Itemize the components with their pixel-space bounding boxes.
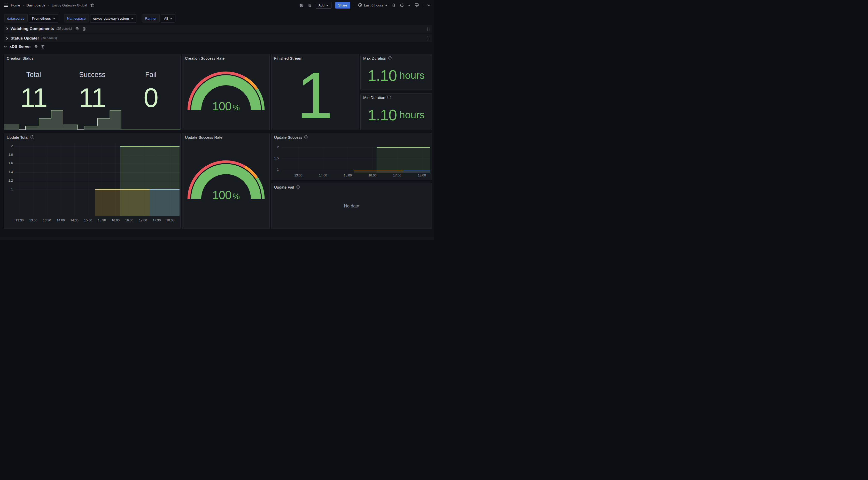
variable-runner-label[interactable]: Runner (142, 14, 160, 23)
panel-creation-status: Creation Status Total 11 Success 11 (4, 54, 181, 130)
series-green-fill (377, 148, 430, 173)
row-xds-server[interactable]: xDS Server (4, 43, 45, 50)
row-settings-gear-icon[interactable] (75, 27, 79, 31)
series-yellow-line (95, 189, 150, 190)
panel-min-duration: Min Duration i 1.10 hours (361, 93, 432, 130)
hamburger-menu-icon[interactable] (4, 3, 8, 7)
clock-icon (358, 3, 362, 7)
y-axis-tick: 1 (4, 187, 13, 191)
kiosk-monitor-icon[interactable] (414, 3, 419, 7)
x-axis-tick: 17:30 (153, 218, 161, 222)
panel-header[interactable]: Update Total i (4, 133, 180, 140)
x-axis-tick: 16:00 (112, 218, 120, 222)
y-axis-tick: 1.6 (4, 161, 13, 165)
stat-fail: Fail 0 (121, 61, 180, 130)
row-drag-grip-icon[interactable] (427, 27, 430, 31)
x-axis: 13:00 14:00 15:00 16:00 17:00 18:00 (282, 174, 430, 178)
add-button[interactable]: Add (316, 2, 332, 8)
chevron-down-icon (131, 18, 133, 19)
time-series-plot[interactable] (15, 143, 180, 216)
panel-title[interactable]: Update Total (7, 135, 28, 140)
add-button-label: Add (318, 3, 324, 7)
x-axis-tick: 15:00 (344, 174, 351, 177)
row-delete-trash-icon[interactable] (41, 45, 45, 49)
info-icon[interactable]: i (387, 96, 391, 99)
panel-title[interactable]: Max Duration (363, 56, 386, 60)
panel-creation-success-rate: Creation Success Rate 100% (182, 54, 270, 130)
breadcrumb-separator: › (48, 3, 49, 7)
save-dashboard-icon[interactable] (299, 3, 304, 7)
refresh-icon[interactable] (400, 3, 404, 7)
time-series-plot[interactable] (282, 146, 430, 173)
favorite-star-icon[interactable] (90, 3, 94, 7)
row-delete-trash-icon[interactable] (83, 27, 86, 31)
refresh-interval-chevron-icon[interactable] (408, 4, 410, 6)
info-icon[interactable]: i (296, 185, 300, 189)
panel-title[interactable]: Creation Status (7, 56, 33, 60)
chevron-down-icon (385, 4, 388, 6)
info-icon[interactable]: i (388, 56, 392, 60)
stat-label: Success (63, 71, 122, 79)
panel-header[interactable]: Update Fail i (272, 183, 432, 190)
duration-stat: 1.10 hours (361, 61, 431, 90)
share-button[interactable]: Share (335, 2, 350, 8)
sparkline-chart (121, 108, 180, 130)
row-watching-components[interactable]: Watching Components (25 panels) (4, 25, 432, 33)
row-title[interactable]: Status Updater (10, 36, 39, 40)
y-axis-tick: 1.4 (4, 170, 13, 174)
row-settings-gear-icon[interactable] (34, 45, 38, 49)
stat-success: Success 11 (63, 61, 122, 130)
variable-namespace-value[interactable]: envoy-gateway-system (90, 14, 136, 23)
variable-datasource-label[interactable]: datasource (4, 14, 28, 23)
gauge-value-unit: % (233, 192, 240, 201)
zoom-out-time-icon[interactable] (392, 3, 396, 7)
x-axis-tick: 14:00 (57, 218, 65, 222)
panel-header[interactable]: Creation Success Rate (182, 54, 270, 61)
series-blue-fill (403, 170, 430, 173)
panel-header[interactable]: Max Duration i (361, 54, 432, 61)
series-yellow-fill (95, 190, 150, 216)
panel-update-success: Update Success i 2 1.5 1 13:00 14:00 15:… (271, 133, 432, 180)
panel-finished-stream: Finished Stream 1 (271, 54, 359, 130)
time-range-picker[interactable]: Last 6 hours (358, 3, 388, 7)
panel-header[interactable]: Update Success Rate (182, 133, 270, 140)
variable-runner-value[interactable]: All (161, 14, 176, 23)
dashboard-settings-gear-icon[interactable] (307, 3, 312, 7)
variable-datasource-value[interactable]: Prometheus (29, 14, 58, 23)
variable-namespace-label[interactable]: Namespace (64, 14, 89, 23)
breadcrumb-separator: › (23, 3, 24, 7)
row-drag-grip-icon[interactable] (427, 36, 430, 40)
panel-title[interactable]: Update Success (274, 135, 302, 140)
breadcrumb-current-dashboard: Envoy Gateway Global (52, 3, 87, 7)
x-axis-tick: 17:00 (139, 218, 147, 222)
toolbar-collapse-chevron-icon[interactable] (427, 4, 430, 6)
series-blue-line (403, 170, 430, 170)
variables-bar: datasource Prometheus Namespace envoy-ga… (4, 14, 176, 23)
x-axis-tick: 13:00 (29, 218, 37, 222)
panel-header[interactable]: Min Duration i (361, 93, 432, 100)
panel-title[interactable]: Update Success Rate (185, 135, 222, 140)
sparkline-chart (63, 108, 122, 130)
top-navbar: Home › Dashboards › Envoy Gateway Global… (0, 0, 434, 10)
series-yellow-line (354, 170, 403, 170)
panel-header[interactable]: Creation Status (4, 54, 180, 61)
variable-datasource: datasource Prometheus (4, 14, 58, 23)
series-yellow-fill (354, 170, 403, 173)
row-status-updater[interactable]: Status Updater (10 panels) (4, 34, 432, 42)
panel-title[interactable]: Creation Success Rate (185, 56, 224, 60)
breadcrumb-home[interactable]: Home (11, 3, 20, 7)
breadcrumb-dashboards[interactable]: Dashboards (26, 3, 45, 7)
chevron-down-icon (326, 4, 329, 6)
row-title[interactable]: Watching Components (10, 26, 54, 31)
y-axis-tick: 2 (272, 145, 279, 149)
panel-title[interactable]: Update Fail (274, 185, 294, 189)
panel-title[interactable]: Min Duration (363, 95, 385, 100)
grafana-dashboard: Home › Dashboards › Envoy Gateway Global… (0, 0, 434, 240)
share-button-label: Share (338, 3, 347, 7)
panel-header[interactable]: Update Success i (272, 133, 432, 140)
gauge-value-number: 100 (212, 99, 231, 113)
info-icon[interactable]: i (30, 136, 34, 139)
toolbar-divider (354, 2, 354, 8)
row-title[interactable]: xDS Server (9, 44, 31, 49)
info-icon[interactable]: i (304, 136, 308, 139)
